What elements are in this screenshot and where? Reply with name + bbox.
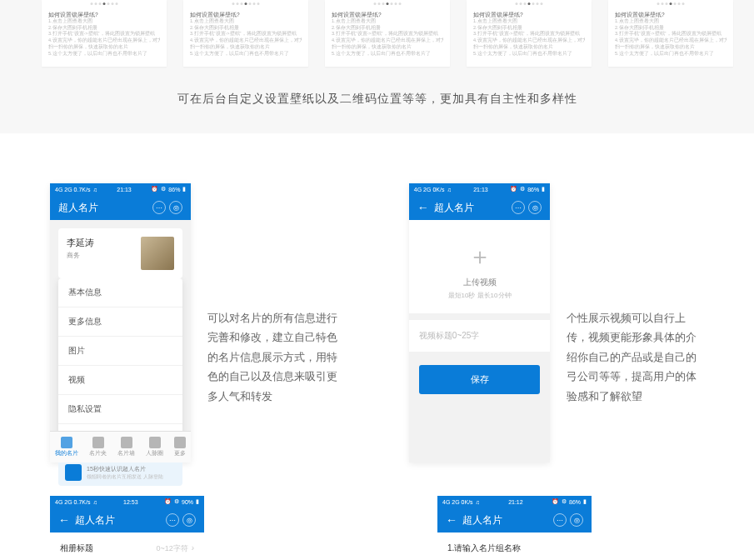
wallpaper-card: 如何设置锁屏壁纸? 1.点击上图查看大图 2.保存大图到手机相册 3.打开手机"… (608, 0, 733, 67)
status-bar: 4G 2G 0K/s♫ 21:12 ⏰⚙86%▮ (437, 496, 592, 508)
status-bar: 4G 2G 0.7K/s♫ 12:53 ⏰⚙90%▮ (50, 496, 204, 508)
nav-card-wall[interactable]: 名片墙 (117, 437, 135, 458)
card-edit-menu: 基本信息 更多信息 图片 视频 隐私设置 名片背景 (58, 278, 182, 452)
status-time: 21:13 (473, 187, 488, 192)
wallpaper-card: 如何设置锁屏壁纸? 1.点击上图查看大图 2.保存大图到手机相册 3.打开手机"… (42, 0, 167, 67)
menu-dots-button[interactable]: ⋯ (512, 201, 525, 214)
app-header: ← 超人名片 ⋯ ◎ (50, 508, 204, 532)
wallpaper-cards-row: 如何设置锁屏壁纸? 1.点击上图查看大图 2.保存大图到手机相册 3.打开手机"… (42, 0, 712, 67)
album-title-input[interactable]: 相册标题 0~12字符› (50, 532, 204, 560)
target-button[interactable]: ◎ (528, 201, 542, 214)
group-name-input[interactable]: 1.请输入名片组名称 (437, 532, 592, 560)
play-icon (65, 464, 82, 481)
description-text-2: 个性展示视频可以自行上传，视频更能形象具体的介绍你自己的产品或是自己的弓公司等等… (567, 183, 704, 462)
target-button[interactable]: ◎ (169, 201, 182, 214)
nav-more[interactable]: 更多 (174, 437, 186, 458)
back-arrow-icon[interactable]: ← (417, 201, 429, 214)
menu-dots-button[interactable]: ⋯ (553, 513, 567, 527)
upload-hint: 最短10秒 最长10分钟 (409, 291, 550, 300)
business-card-preview[interactable]: 李延涛 商务 (58, 228, 182, 278)
plus-icon: ＋ (409, 245, 550, 268)
header-title: 超人名片 (58, 201, 152, 215)
video-title-input[interactable]: 视频标题0~25字 (409, 320, 550, 352)
chevron-right-icon: › (192, 543, 194, 552)
upload-label: 上传视频 (409, 277, 550, 288)
back-arrow-icon[interactable]: ← (446, 513, 457, 527)
description-text-1: 可以对名片的所有信息进行完善和修改，建立自己特色的名片信息展示方式，用特色的自己… (207, 183, 345, 462)
header-title: 超人名片 (462, 513, 553, 528)
menu-more-info[interactable]: 更多信息 (58, 308, 182, 337)
menu-video[interactable]: 视频 (58, 366, 182, 395)
status-bar: 4G 2G 0K/s♫ 21:13 ⏰⚙86%▮ (409, 183, 550, 195)
nav-my-card[interactable]: 我的名片 (55, 437, 78, 458)
status-bar: 4G 2G 0.7K/s♫ 21:13 ⏰⚙86%▮ (50, 183, 191, 195)
app-header: 超人名片 ⋯ ◎ (50, 195, 191, 220)
menu-privacy[interactable]: 隐私设置 (58, 395, 182, 424)
menu-images[interactable]: 图片 (58, 337, 182, 366)
phone-album-title: 4G 2G 0.7K/s♫ 12:53 ⏰⚙90%▮ ← 超人名片 ⋯ ◎ 相册… (50, 496, 204, 560)
bottom-nav: 我的名片 名片夹 名片墙 人脉圈 更多 (50, 431, 191, 462)
video-upload-area[interactable]: ＋ 上传视频 最短10秒 最长10分钟 (409, 220, 550, 313)
phone-upload-video: 4G 2G 0K/s♫ 21:13 ⏰⚙86%▮ ← 超人名片 ⋯ ◎ ＋ 上传… (409, 183, 550, 462)
intro-banner[interactable]: 15秒快速认识超人名片 领招聘者的名片互相发送 人脉登陆 (58, 459, 182, 486)
back-arrow-icon[interactable]: ← (58, 513, 70, 527)
phone-card-menu: 4G 2G 0.7K/s♫ 21:13 ⏰⚙86%▮ 超人名片 ⋯ ◎ 李延涛 … (50, 183, 191, 462)
menu-dots-button[interactable]: ⋯ (166, 513, 179, 527)
nav-card-holder[interactable]: 名片夹 (89, 437, 107, 458)
app-header: ← 超人名片 ⋯ ◎ (409, 195, 550, 220)
menu-dots-button[interactable]: ⋯ (152, 201, 166, 214)
header-title: 超人名片 (75, 513, 166, 528)
nav-network[interactable]: 人脉圈 (146, 437, 163, 458)
header-title: 超人名片 (434, 201, 512, 215)
phone-group-name: 4G 2G 0K/s♫ 21:12 ⏰⚙86%▮ ← 超人名片 ⋯ ◎ 1.请输… (437, 496, 592, 560)
menu-basic-info[interactable]: 基本信息 (58, 278, 182, 308)
status-time: 21:12 (508, 499, 523, 505)
top-wallpaper-section: 如何设置锁屏壁纸? 1.点击上图查看大图 2.保存大图到手机相册 3.打开手机"… (0, 0, 754, 133)
target-button[interactable]: ◎ (182, 513, 196, 527)
status-time: 21:13 (117, 187, 132, 192)
card-title: 如何设置锁屏壁纸? (48, 11, 160, 18)
wallpaper-card: 如何设置锁屏壁纸? 1.点击上图查看大图 2.保存大图到手机相册 3.打开手机"… (325, 0, 450, 67)
middle-section: 4G 2G 0.7K/s♫ 21:13 ⏰⚙86%▮ 超人名片 ⋯ ◎ 李延涛 … (0, 133, 754, 462)
card-thumbnail (141, 237, 174, 270)
wallpaper-card: 如何设置锁屏壁纸? 1.点击上图查看大图 2.保存大图到手机相册 3.打开手机"… (183, 0, 308, 67)
save-button[interactable]: 保存 (419, 365, 540, 394)
app-header: ← 超人名片 ⋯ ◎ (437, 508, 592, 532)
status-time: 12:53 (123, 499, 138, 505)
target-button[interactable]: ◎ (570, 513, 583, 527)
section-caption: 可在后台自定义设置壁纸以及二维码位置等等，更加具有自主性和多样性 (42, 92, 712, 107)
wallpaper-card: 如何设置锁屏壁纸? 1.点击上图查看大图 2.保存大图到手机相册 3.打开手机"… (467, 0, 592, 67)
